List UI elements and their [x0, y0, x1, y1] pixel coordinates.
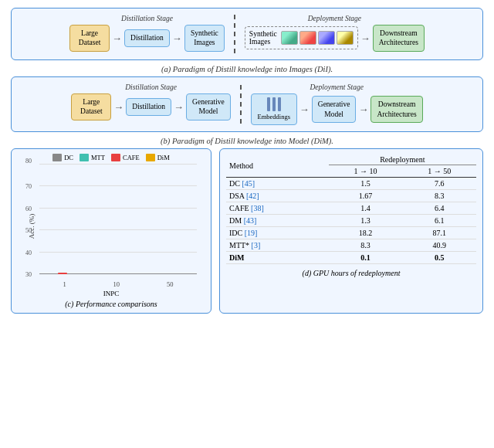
bar-cafe-1 [58, 273, 67, 274]
x-label-1: 1 [63, 280, 66, 288]
downstream-b: DownstreamArchitectures [370, 96, 422, 123]
header-redeployment: Redeployment [329, 154, 476, 165]
gen-model-2b: GenerativeModel [312, 96, 357, 123]
main-container: Distillation Stage LargeDataset → Distil… [0, 0, 494, 321]
cell-col2-0: 7.6 [402, 178, 476, 190]
cell-col2-3: 6.1 [402, 215, 476, 227]
table-row: DM [43]1.36.1 [226, 215, 476, 227]
deploy-label-b: Deployment Stage [310, 83, 364, 91]
legend-dim: DiM [146, 154, 170, 161]
cell-col2-1: 8.3 [402, 190, 476, 202]
embeddings-b: Embeddings [251, 93, 297, 125]
legend-label-cafe: CAFE [123, 154, 140, 161]
x-axis-title: INPC [18, 290, 205, 297]
table-row: IDC [19]18.287.1 [226, 227, 476, 239]
table-container: Method Redeployment 1 → 10 1 → 50 DC [45… [219, 148, 483, 314]
distill-stage-a: Distillation Stage LargeDataset → Distil… [69, 15, 225, 52]
grid-label-60: 60 [25, 205, 32, 212]
cell-method-4: IDC [19] [226, 227, 329, 239]
downstream-a: DownstreamArchitectures [373, 25, 425, 52]
legend-mtt: MTT [80, 154, 105, 161]
chart-container: DC MTT CAFE DiM Acc. (%) [11, 148, 211, 314]
grid-label-30: 30 [25, 271, 32, 278]
cell-col1-1: 1.67 [329, 190, 403, 202]
gen-model-1b: GenerativeModel [186, 93, 231, 120]
legend-dc: DC [52, 154, 73, 161]
deploy-stage-a: Deployment Stage SyntheticImages → Downs… [245, 15, 425, 52]
cell-col1-3: 1.3 [329, 215, 403, 227]
dashed-divider-a [234, 15, 235, 53]
arrow1-a: → [112, 33, 122, 43]
arrow3-b: → [299, 104, 310, 114]
deploy-label-a: Deployment Stage [308, 15, 361, 22]
grid-label-50: 50 [25, 227, 32, 234]
chart-grid: 80 70 60 50 40 [39, 165, 197, 274]
deploy-stage-b: Deployment Stage Embeddings → Generative… [251, 83, 423, 125]
grid-60 [39, 208, 197, 209]
cell-col2-2: 6.4 [402, 202, 476, 215]
grid-label-40: 40 [25, 249, 32, 256]
cell-col2-5: 40.9 [402, 239, 476, 252]
legend-label-dc: DC [64, 154, 73, 161]
table-row: DC [45]1.57.6 [226, 178, 476, 190]
grid-50 [39, 229, 197, 230]
table-row: DiM0.10.5 [226, 252, 476, 264]
thumb4 [337, 31, 354, 45]
chart-legend: DC MTT CAFE DiM [18, 154, 205, 161]
chart-area: Acc. (%) 80 70 60 [25, 165, 197, 288]
table-body: DC [45]1.57.6DSA [42]1.678.3CAFE [38]1.4… [226, 178, 476, 264]
bottom-row: DC MTT CAFE DiM Acc. (%) [11, 148, 483, 314]
cell-method-1: DSA [42] [226, 190, 329, 202]
table-row: CAFE [38]1.46.4 [226, 202, 476, 215]
large-dataset-a: LargeDataset [69, 25, 110, 52]
cell-col1-6: 0.1 [329, 252, 403, 264]
legend-cafe: CAFE [111, 154, 140, 161]
caption-a: (a) Paradigm of Distill knowledge into I… [11, 65, 483, 73]
chart-caption: (c) Performance comparisons [18, 300, 205, 308]
legend-color-mtt [80, 154, 89, 161]
synthetic-images-1a: SyntheticImages [184, 25, 225, 52]
thumb3 [318, 31, 335, 45]
header-method: Method [226, 154, 329, 178]
arrow2-b: → [174, 102, 184, 112]
legend-color-dc [52, 154, 62, 161]
cell-method-0: DC [45] [226, 178, 329, 190]
legend-color-cafe [111, 154, 120, 161]
arrow3-a: → [360, 33, 370, 43]
x-label-50: 50 [167, 280, 174, 288]
grid-70 [39, 185, 197, 186]
cell-method-5: MTT* [3] [226, 239, 329, 252]
cell-col1-5: 8.3 [329, 239, 403, 252]
distill-label-a: Distillation Stage [121, 15, 173, 22]
caption-b: (b) Paradigm of Distill knowledge into M… [11, 137, 483, 145]
legend-label-dim: DiM [157, 154, 170, 161]
bars-inpc1 [47, 273, 89, 274]
thumb1 [281, 31, 298, 45]
arrow4-b: → [358, 104, 368, 114]
cell-col1-4: 18.2 [329, 227, 403, 239]
x-axis-labels: 1 10 50 [39, 280, 197, 288]
legend-label-mtt: MTT [91, 154, 105, 161]
distill-stage-b: Distillation Stage LargeDataset → Distil… [71, 83, 230, 120]
chart-inner: 80 70 60 50 40 [39, 165, 197, 274]
cell-col1-0: 1.5 [329, 178, 403, 190]
arrow2-a: → [172, 33, 182, 43]
synthetic-images-2a: SyntheticImages [245, 26, 358, 49]
dashed-divider-b [240, 85, 242, 124]
distillation-a: Distillation [124, 29, 170, 46]
x-label-10: 10 [113, 280, 120, 288]
distill-label-b: Distillation Stage [125, 83, 177, 91]
header-col2: 1 → 50 [402, 165, 476, 178]
table-row: MTT* [3]8.340.9 [226, 239, 476, 252]
large-dataset-b: LargeDataset [71, 93, 111, 120]
thumb2 [299, 31, 316, 45]
grid-40 [39, 252, 197, 253]
table-caption: (d) GPU hours of redeployment [226, 269, 476, 277]
cell-method-3: DM [43] [226, 215, 329, 227]
data-table: Method Redeployment 1 → 10 1 → 50 DC [45… [226, 154, 476, 264]
cell-method-6: DiM [226, 252, 329, 264]
arrow1-b: → [113, 102, 124, 112]
table-row: DSA [42]1.678.3 [226, 190, 476, 202]
distillation-b: Distillation [126, 98, 171, 115]
cell-col2-4: 87.1 [402, 227, 476, 239]
